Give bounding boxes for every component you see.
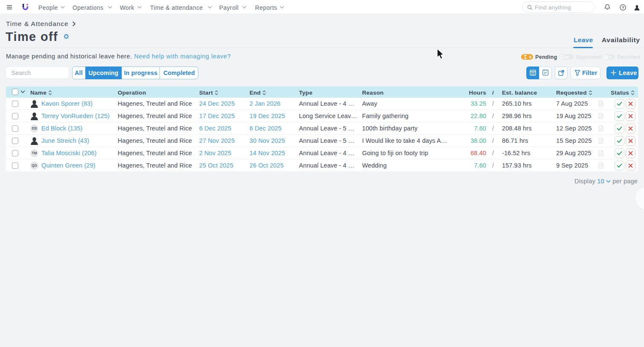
svg-text:?: ?: [622, 6, 624, 10]
